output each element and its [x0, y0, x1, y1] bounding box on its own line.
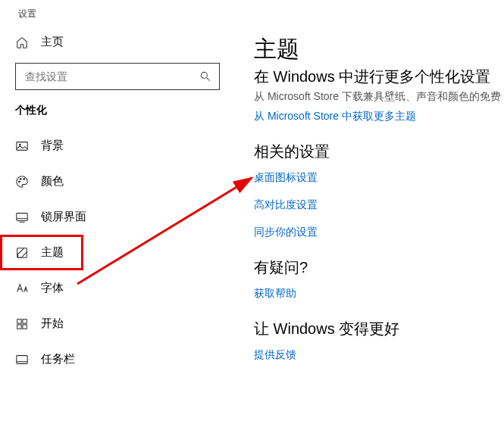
- home-button[interactable]: 主页: [0, 30, 235, 54]
- desktop-icons-link[interactable]: 桌面图标设置: [254, 171, 504, 185]
- svg-rect-9: [23, 319, 27, 323]
- store-link[interactable]: 从 Microsoft Store 中获取更多主题: [254, 110, 504, 123]
- svg-point-2: [19, 144, 20, 145]
- sidebar-item-color[interactable]: 颜色: [0, 164, 235, 199]
- start-icon: [15, 317, 29, 331]
- settings-window: 设置 主页 个性化 背景 颜色 锁屏界面: [0, 0, 504, 427]
- svg-rect-12: [17, 355, 27, 363]
- sidebar-item-label: 锁屏界面: [41, 210, 86, 224]
- taskbar-icon: [15, 353, 29, 366]
- svg-rect-8: [17, 319, 21, 323]
- sidebar-item-label: 主题: [41, 245, 64, 260]
- sidebar-item-start[interactable]: 开始: [0, 306, 235, 341]
- svg-rect-11: [23, 324, 27, 328]
- help-heading: 有疑问?: [254, 257, 504, 278]
- sidebar-item-label: 开始: [41, 316, 64, 331]
- feedback-link[interactable]: 提供反馈: [254, 348, 504, 362]
- home-icon: [15, 36, 29, 49]
- search-box[interactable]: [15, 63, 220, 90]
- home-label: 主页: [41, 35, 64, 49]
- sync-settings-link[interactable]: 同步你的设置: [254, 226, 504, 239]
- sidebar-item-fonts[interactable]: 字体: [0, 270, 235, 306]
- svg-point-4: [20, 178, 21, 179]
- high-contrast-link[interactable]: 高对比度设置: [254, 198, 504, 212]
- section-subtitle: 在 Windows 中进行更多个性化设置: [254, 67, 504, 87]
- related-heading: 相关的设置: [254, 142, 504, 162]
- sidebar-item-taskbar[interactable]: 任务栏: [0, 341, 235, 377]
- svg-rect-7: [17, 248, 27, 257]
- get-help-link[interactable]: 获取帮助: [254, 287, 504, 301]
- search-input[interactable]: [23, 70, 199, 83]
- sidebar-item-theme[interactable]: 主题: [0, 235, 83, 270]
- sidebar-item-label: 字体: [41, 281, 64, 295]
- sidebar-item-label: 背景: [41, 139, 64, 153]
- lockscreen-icon: [15, 210, 29, 224]
- picture-icon: [15, 139, 29, 153]
- svg-point-5: [23, 178, 25, 179]
- sidebar-item-label: 颜色: [41, 174, 64, 189]
- svg-rect-6: [17, 213, 27, 220]
- search-icon: [199, 70, 211, 83]
- content-pane: 主题 在 Windows 中进行更多个性化设置 从 Microsoft Stor…: [254, 34, 504, 376]
- section-description: 从 Microsoft Store 下载兼具壁纸、声音和颜色的免费: [254, 90, 504, 104]
- font-icon: [15, 282, 29, 295]
- palette-icon: [15, 175, 29, 189]
- window-title: 设置: [0, 0, 504, 20]
- sidebar-item-label: 任务栏: [41, 352, 75, 366]
- category-label: 个性化: [0, 104, 235, 128]
- sidebar-item-lockscreen[interactable]: 锁屏界面: [0, 199, 235, 235]
- svg-rect-1: [17, 142, 27, 150]
- svg-point-3: [19, 181, 20, 182]
- feedback-heading: 让 Windows 变得更好: [254, 319, 504, 339]
- sidebar: 主页 个性化 背景 颜色 锁屏界面 主题 字体: [0, 30, 235, 377]
- page-title: 主题: [254, 34, 504, 65]
- theme-icon: [15, 246, 29, 260]
- svg-point-0: [201, 72, 207, 78]
- svg-rect-10: [17, 324, 21, 328]
- sidebar-item-background[interactable]: 背景: [0, 128, 235, 164]
